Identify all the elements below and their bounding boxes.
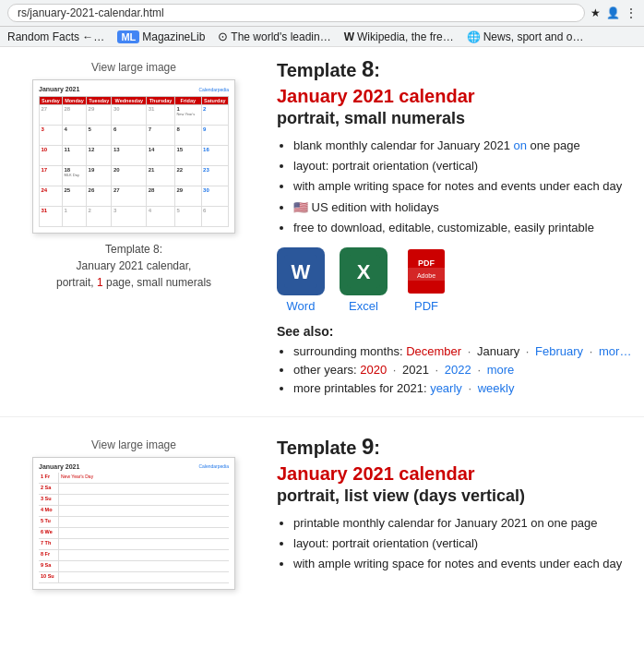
- cal-cell: 28: [147, 186, 175, 207]
- cal-cell: 7: [147, 126, 175, 146]
- weekly-link[interactable]: weekly: [478, 381, 515, 395]
- view-large-label[interactable]: View large image: [91, 61, 176, 74]
- yearly-link[interactable]: yearly: [430, 381, 462, 395]
- bookmark-bbc[interactable]: 🌐 News, sport and o…: [467, 30, 584, 43]
- cal2-row: 5 Tu: [39, 517, 229, 528]
- year-2020-link[interactable]: 2020: [360, 363, 387, 377]
- cal-cell: 22: [174, 166, 201, 186]
- cal2-row: 10 Su: [39, 572, 229, 583]
- col-saturday: Saturday: [201, 97, 228, 105]
- template8-left: View large image January 2021 Calendarpe…: [0, 56, 268, 400]
- thumbnail-caption: Template 8: January 2021 calendar, portr…: [56, 241, 211, 291]
- excel-label: Excel: [349, 299, 378, 313]
- svg-text:PDF: PDF: [418, 258, 435, 268]
- cal2-row: 3 Su: [39, 495, 229, 506]
- bookmark-label: Wikipedia, the fre…: [357, 30, 454, 43]
- cal2-header: January 2021 Calendarpedia: [39, 463, 229, 470]
- list-item: surrounding months: December · January ·…: [293, 344, 635, 358]
- bookmark-wikipedia[interactable]: W Wikipedia, the fre…: [344, 30, 454, 43]
- table-row: 31 1 2 3 4 5 6: [40, 207, 229, 227]
- february-link[interactable]: February: [535, 344, 583, 358]
- cal-cell: 16: [201, 146, 228, 166]
- december-link[interactable]: December: [406, 344, 461, 358]
- cal-cell: 27: [112, 186, 147, 207]
- star-icon[interactable]: ★: [590, 6, 601, 19]
- cal-cell: 4: [147, 207, 175, 227]
- see-also-heading: See also:: [277, 324, 635, 339]
- bookmark-github[interactable]: ⊙ The world's leadin…: [218, 30, 330, 43]
- template9-section: View large image January 2021 Calendarpe…: [0, 425, 644, 599]
- year-2022-link[interactable]: 2022: [445, 363, 471, 377]
- profile-icon[interactable]: 👤: [606, 6, 620, 19]
- bookmark-random-facts[interactable]: Random Facts ←…: [7, 30, 104, 43]
- calendar2-thumbnail[interactable]: January 2021 Calendarpedia 1 Fr New Year…: [32, 457, 235, 590]
- menu-icon[interactable]: ⋮: [626, 6, 637, 19]
- cal2-rows: 1 Fr New Year's Day 2 Sa 3 Su 4 Mo: [39, 473, 229, 583]
- list-item: more printables for 2021: yearly · weekl…: [293, 381, 635, 395]
- template9-number: Template 9:: [277, 438, 380, 458]
- on-link[interactable]: on: [513, 138, 526, 152]
- cal2-row: 7 Th: [39, 539, 229, 550]
- more-years-link[interactable]: more: [487, 363, 515, 377]
- col-thursday: Thursday: [147, 97, 175, 105]
- cal-cell: 10: [40, 146, 63, 166]
- col-tuesday: Tuesday: [87, 97, 112, 105]
- browser-bar: rs/january-2021-calendar.html ★ 👤 ⋮: [0, 0, 644, 27]
- template9-title: January 2021 calendar: [277, 463, 635, 485]
- download-excel-button[interactable]: X Excel: [340, 247, 388, 313]
- more-months-link[interactable]: mor…: [599, 344, 631, 358]
- cal-logo: Calendarpedia: [198, 87, 229, 92]
- view-large-label-2[interactable]: View large image: [91, 438, 176, 451]
- table-row: 24 25 26 27 28 29 30: [40, 186, 229, 207]
- github-icon: ⊙: [218, 30, 228, 43]
- pdf-svg: PDF Adobe: [402, 247, 450, 295]
- cal-cell holiday: 18MLK Day: [62, 166, 86, 186]
- template8-section: View large image January 2021 Calendarpe…: [0, 47, 644, 409]
- list-item: with ample writing space for notes and e…: [293, 556, 635, 572]
- cal-cell: 17: [40, 166, 63, 186]
- cal-cell: 2: [87, 207, 112, 227]
- col-friday: Friday: [174, 97, 201, 105]
- list-item: printable monthly calendar for January 2…: [293, 515, 635, 532]
- cal-cell: 31: [147, 105, 175, 126]
- cal-cell: 28: [62, 105, 86, 126]
- see-also-list: surrounding months: December · January ·…: [293, 344, 635, 395]
- bookmark-ml-badge: ML: [117, 30, 139, 43]
- cal2-title: January 2021: [39, 463, 79, 470]
- download-word-button[interactable]: W Word: [277, 247, 325, 313]
- calendar-thumbnail[interactable]: January 2021 Calendarpedia Sunday Monday…: [32, 79, 235, 234]
- cal-cell: 12: [87, 146, 112, 166]
- highlight-1: 1: [97, 276, 103, 289]
- year-2021-text: 2021: [402, 363, 429, 377]
- calendar-grid: Sunday Monday Tuesday Wednesday Thursday…: [39, 96, 229, 227]
- word-label: Word: [287, 299, 316, 313]
- col-wednesday: Wednesday: [112, 97, 147, 105]
- list-item: layout: portrait orientation (vertical): [293, 535, 635, 552]
- browser-url[interactable]: rs/january-2021-calendar.html: [7, 4, 585, 22]
- list-item: other years: 2020 · 2021 · 2022 · more: [293, 363, 635, 377]
- template9-right: Template 9: January 2021 calendar portra…: [277, 434, 644, 590]
- cal-cell: 3: [40, 126, 63, 146]
- download-row: W Word X Excel: [277, 247, 635, 313]
- pdf-label: PDF: [414, 299, 438, 313]
- cal-cell: 29: [174, 186, 201, 207]
- cal-cell: 29: [87, 105, 112, 126]
- section-divider: [0, 416, 644, 417]
- cal-cell: 6: [201, 207, 228, 227]
- cal2-row: 4 Mo: [39, 506, 229, 517]
- cal-month-title: January 2021: [39, 86, 79, 92]
- svg-text:Adobe: Adobe: [417, 272, 435, 279]
- wikipedia-icon: W: [344, 30, 354, 43]
- word-svg: W: [284, 255, 317, 288]
- cal-cell: 1New Year's: [174, 105, 201, 126]
- excel-svg: X: [347, 255, 380, 288]
- col-sunday: Sunday: [40, 97, 63, 105]
- template-subtitle: portrait, small numerals: [277, 109, 635, 128]
- excel-icon: X: [340, 247, 388, 295]
- bookmark-magazinelib[interactable]: ML MagazineLib: [117, 30, 205, 43]
- list-item: free to download, editable, customizable…: [293, 220, 635, 236]
- download-pdf-button[interactable]: PDF Adobe PDF: [402, 247, 450, 313]
- cal-cell: 8: [174, 126, 201, 146]
- cal-cell: 26: [87, 186, 112, 207]
- word-icon: W: [277, 247, 325, 295]
